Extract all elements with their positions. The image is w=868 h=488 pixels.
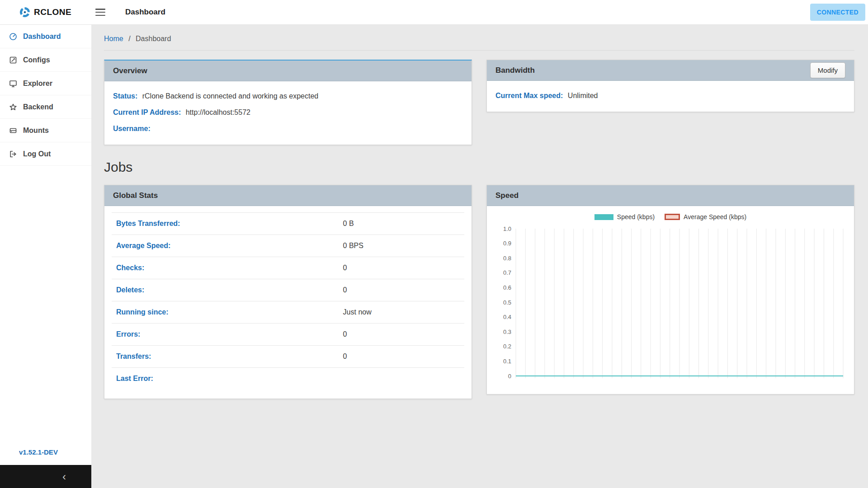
sidebar-item-mounts[interactable]: Mounts: [0, 119, 91, 142]
stats-row: Bytes Transferred: 0 B: [112, 213, 464, 235]
breadcrumb: Home / Dashboard: [104, 25, 854, 43]
svg-text:0.7: 0.7: [503, 269, 511, 276]
status-value: rClone Backend is connected and working …: [142, 92, 319, 100]
max-speed-line: Current Max speed: Unlimited: [495, 92, 845, 100]
main-content: Home / Dashboard Overview Status: rClone…: [91, 25, 868, 488]
app-name: RCLONE: [34, 7, 71, 17]
stats-row: Checks: 0: [112, 257, 464, 279]
legend-avg-swatch: [665, 214, 680, 220]
speed-card: Speed Speed (kbps) Average Speed (kbps) …: [486, 185, 854, 394]
overview-card: Overview Status: rClone Backend is conne…: [104, 60, 472, 145]
svg-text:0.5: 0.5: [503, 299, 511, 306]
username-line: Username:: [113, 125, 463, 133]
star-icon: [9, 103, 18, 112]
status-label: Status:: [113, 92, 137, 100]
jobs-heading: Jobs: [104, 160, 854, 175]
sidebar-item-label: Log Out: [23, 150, 51, 158]
svg-text:0.6: 0.6: [503, 284, 511, 291]
stats-row: Deletes: 0: [112, 279, 464, 301]
breadcrumb-current: Dashboard: [136, 35, 171, 42]
sidebar-item-logout[interactable]: Log Out: [0, 142, 91, 166]
chart-legend: Speed (kbps) Average Speed (kbps): [494, 213, 847, 221]
speed-chart: 00.10.20.30.40.50.60.70.80.91.0: [494, 221, 847, 389]
breadcrumb-separator: /: [128, 35, 130, 42]
dashboard-icon: [9, 32, 18, 41]
sidebar-item-label: Mounts: [23, 127, 49, 135]
sidebar-item-dashboard[interactable]: Dashboard: [0, 25, 91, 48]
sidebar-item-label: Explorer: [23, 80, 52, 88]
svg-text:0.9: 0.9: [503, 240, 511, 247]
sidebar-item-label: Configs: [23, 56, 50, 64]
version-label: v1.52.1-DEV: [0, 448, 91, 465]
stats-row: Errors: 0: [112, 324, 464, 346]
ip-address-label: Current IP Address:: [113, 108, 181, 116]
speed-title: Speed: [495, 191, 519, 200]
global-stats-card: Global Stats Bytes Transferred: 0 B Aver…: [104, 185, 472, 399]
stats-row: Average Speed: 0 BPS: [112, 235, 464, 257]
legend-speed-swatch: [594, 214, 613, 220]
sidebar-collapse-strip[interactable]: ‹: [0, 465, 91, 488]
logout-icon: [9, 150, 18, 159]
modify-button[interactable]: Modify: [810, 62, 845, 78]
monitor-icon: [9, 79, 18, 88]
svg-text:0.8: 0.8: [503, 255, 511, 262]
svg-text:0.2: 0.2: [503, 343, 511, 350]
speed-chart-area: Speed (kbps) Average Speed (kbps) 00.10.…: [487, 206, 854, 394]
drive-icon: [9, 126, 18, 135]
bandwidth-title: Bandwidth: [495, 66, 535, 75]
sidebar-item-label: Backend: [23, 103, 53, 111]
stats-row: Transfers: 0: [112, 346, 464, 368]
stats-row: Last Error:: [112, 368, 464, 389]
svg-text:0: 0: [508, 373, 511, 380]
ip-address-value: http://localhost:5572: [186, 108, 250, 116]
rclone-logo-icon: [19, 6, 31, 18]
global-stats-table: Bytes Transferred: 0 B Average Speed: 0 …: [112, 212, 464, 389]
sidebar-item-backend[interactable]: Backend: [0, 95, 91, 119]
rclone-logo[interactable]: RCLONE: [0, 6, 75, 18]
legend-avg-label: Average Speed (kbps): [684, 213, 746, 221]
max-speed-label: Current Max speed:: [495, 92, 563, 99]
svg-text:1.0: 1.0: [503, 225, 511, 232]
username-label: Username:: [113, 125, 151, 132]
max-speed-value: Unlimited: [568, 92, 598, 99]
edit-icon: [9, 56, 18, 65]
svg-text:0.3: 0.3: [503, 328, 511, 335]
speed-card-header: Speed: [487, 185, 854, 206]
overview-card-header: Overview: [104, 61, 472, 81]
collapse-chevron-icon: ‹: [62, 471, 66, 482]
connected-status-button[interactable]: CONNECTED: [810, 4, 865, 21]
status-line: Status: rClone Backend is connected and …: [113, 92, 463, 100]
top-header: RCLONE Dashboard CONNECTED: [0, 0, 868, 25]
ip-address-line: Current IP Address: http://localhost:557…: [113, 108, 463, 117]
stats-row: Running since: Just now: [112, 301, 464, 324]
bandwidth-card-header: Bandwidth Modify: [487, 60, 854, 81]
sidebar: Dashboard Configs Explorer Backend Mount…: [0, 25, 91, 488]
header-title: Dashboard: [125, 8, 165, 17]
bandwidth-card: Bandwidth Modify Current Max speed: Unli…: [486, 60, 854, 112]
breadcrumb-divider: [104, 50, 854, 51]
global-stats-title: Global Stats: [113, 191, 158, 200]
sidebar-item-explorer[interactable]: Explorer: [0, 72, 91, 95]
sidebar-item-label: Dashboard: [23, 33, 61, 41]
overview-title: Overview: [113, 66, 147, 75]
sidebar-item-configs[interactable]: Configs: [0, 48, 91, 72]
menu-toggle-button[interactable]: [95, 9, 105, 16]
svg-text:0.1: 0.1: [503, 358, 511, 365]
svg-text:0.4: 0.4: [503, 314, 511, 320]
legend-speed-label: Speed (kbps): [617, 213, 655, 221]
global-stats-header: Global Stats: [104, 185, 472, 206]
breadcrumb-home-link[interactable]: Home: [104, 35, 123, 42]
